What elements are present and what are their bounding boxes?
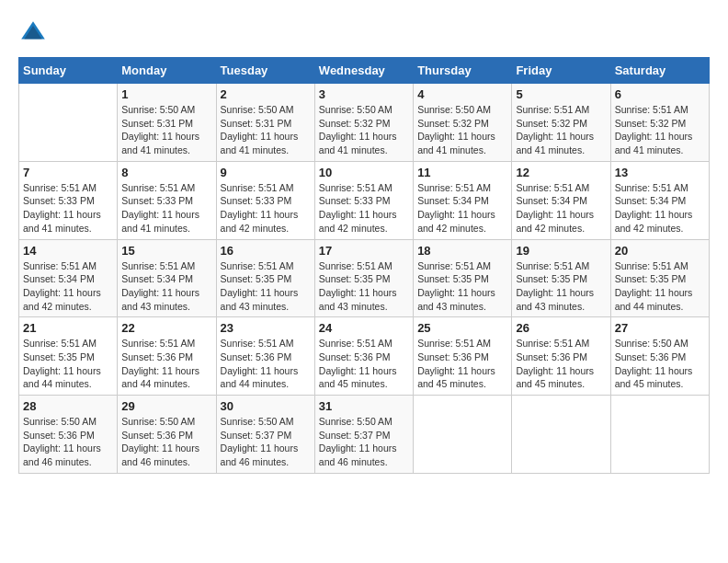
calendar-cell: 17Sunrise: 5:51 AM Sunset: 5:35 PM Dayli… (314, 239, 413, 317)
day-number: 24 (319, 321, 409, 335)
calendar-cell: 24Sunrise: 5:51 AM Sunset: 5:36 PM Dayli… (314, 317, 413, 396)
day-info: Sunrise: 5:51 AM Sunset: 5:36 PM Dayligh… (417, 337, 507, 391)
day-info: Sunrise: 5:51 AM Sunset: 5:32 PM Dayligh… (615, 103, 705, 157)
day-info: Sunrise: 5:51 AM Sunset: 5:34 PM Dayligh… (516, 181, 606, 236)
calendar-cell: 18Sunrise: 5:51 AM Sunset: 5:35 PM Dayli… (414, 239, 512, 317)
day-info: Sunrise: 5:51 AM Sunset: 5:36 PM Dayligh… (221, 337, 311, 391)
day-number: 25 (417, 321, 507, 335)
day-info: Sunrise: 5:51 AM Sunset: 5:33 PM Dayligh… (121, 181, 211, 236)
calendar-cell: 3Sunrise: 5:50 AM Sunset: 5:32 PM Daylig… (314, 84, 413, 162)
calendar-cell: 29Sunrise: 5:50 AM Sunset: 5:36 PM Dayli… (118, 396, 216, 474)
day-number: 14 (23, 244, 113, 258)
calendar-cell: 19Sunrise: 5:51 AM Sunset: 5:35 PM Dayli… (512, 239, 610, 317)
weekday-header: Friday (512, 58, 610, 84)
day-info: Sunrise: 5:51 AM Sunset: 5:34 PM Dayligh… (615, 181, 705, 236)
day-number: 17 (319, 244, 409, 258)
calendar-cell: 6Sunrise: 5:51 AM Sunset: 5:32 PM Daylig… (610, 84, 709, 162)
weekday-header: Monday (118, 58, 216, 84)
weekday-header: Thursday (414, 58, 512, 84)
day-number: 16 (221, 244, 311, 258)
calendar-cell: 8Sunrise: 5:51 AM Sunset: 5:33 PM Daylig… (118, 161, 216, 239)
calendar-cell: 5Sunrise: 5:51 AM Sunset: 5:32 PM Daylig… (512, 84, 610, 162)
day-info: Sunrise: 5:51 AM Sunset: 5:32 PM Dayligh… (516, 103, 606, 157)
day-number: 18 (417, 244, 507, 258)
day-number: 20 (615, 244, 705, 258)
day-number: 9 (221, 166, 311, 179)
day-number: 23 (221, 321, 311, 335)
day-number: 12 (516, 166, 606, 179)
day-info: Sunrise: 5:50 AM Sunset: 5:36 PM Dayligh… (121, 415, 211, 469)
day-number: 5 (516, 87, 606, 101)
day-number: 7 (23, 166, 113, 179)
day-number: 3 (319, 87, 409, 101)
weekday-header: Tuesday (216, 58, 314, 84)
calendar-cell: 14Sunrise: 5:51 AM Sunset: 5:34 PM Dayli… (19, 239, 118, 317)
day-info: Sunrise: 5:51 AM Sunset: 5:35 PM Dayligh… (319, 259, 409, 314)
day-number: 8 (121, 166, 211, 179)
day-info: Sunrise: 5:50 AM Sunset: 5:32 PM Dayligh… (417, 103, 507, 157)
day-number: 29 (121, 399, 211, 413)
calendar-cell: 2Sunrise: 5:50 AM Sunset: 5:31 PM Daylig… (216, 84, 314, 162)
calendar-week-row: 21Sunrise: 5:51 AM Sunset: 5:35 PM Dayli… (19, 317, 710, 396)
day-info: Sunrise: 5:51 AM Sunset: 5:35 PM Dayligh… (516, 259, 606, 314)
day-info: Sunrise: 5:51 AM Sunset: 5:35 PM Dayligh… (615, 259, 705, 314)
calendar-cell (19, 84, 118, 162)
calendar-cell (512, 396, 610, 474)
calendar-table: SundayMondayTuesdayWednesdayThursdayFrid… (18, 57, 710, 474)
calendar-cell: 26Sunrise: 5:51 AM Sunset: 5:36 PM Dayli… (512, 317, 610, 396)
day-info: Sunrise: 5:50 AM Sunset: 5:32 PM Dayligh… (319, 103, 409, 157)
calendar-cell: 20Sunrise: 5:51 AM Sunset: 5:35 PM Dayli… (610, 239, 709, 317)
day-info: Sunrise: 5:51 AM Sunset: 5:34 PM Dayligh… (121, 259, 211, 314)
calendar-cell: 25Sunrise: 5:51 AM Sunset: 5:36 PM Dayli… (414, 317, 512, 396)
page-header (18, 18, 710, 48)
calendar-cell (414, 396, 512, 474)
calendar-cell: 10Sunrise: 5:51 AM Sunset: 5:33 PM Dayli… (314, 161, 413, 239)
day-info: Sunrise: 5:50 AM Sunset: 5:37 PM Dayligh… (221, 415, 311, 469)
day-info: Sunrise: 5:50 AM Sunset: 5:31 PM Dayligh… (221, 103, 311, 157)
day-info: Sunrise: 5:51 AM Sunset: 5:36 PM Dayligh… (319, 337, 409, 391)
day-number: 1 (121, 87, 211, 101)
day-number: 13 (615, 166, 705, 179)
day-number: 27 (615, 321, 705, 335)
calendar-cell: 11Sunrise: 5:51 AM Sunset: 5:34 PM Dayli… (414, 161, 512, 239)
day-info: Sunrise: 5:51 AM Sunset: 5:33 PM Dayligh… (23, 181, 113, 236)
calendar-cell: 12Sunrise: 5:51 AM Sunset: 5:34 PM Dayli… (512, 161, 610, 239)
calendar-cell: 1Sunrise: 5:50 AM Sunset: 5:31 PM Daylig… (118, 84, 216, 162)
day-number: 19 (516, 244, 606, 258)
day-info: Sunrise: 5:50 AM Sunset: 5:36 PM Dayligh… (23, 415, 113, 469)
logo-icon (18, 18, 48, 48)
day-info: Sunrise: 5:51 AM Sunset: 5:36 PM Dayligh… (516, 337, 606, 391)
day-info: Sunrise: 5:51 AM Sunset: 5:34 PM Dayligh… (417, 181, 507, 236)
day-number: 22 (121, 321, 211, 335)
calendar-week-row: 1Sunrise: 5:50 AM Sunset: 5:31 PM Daylig… (19, 84, 710, 162)
logo (18, 18, 51, 48)
day-info: Sunrise: 5:51 AM Sunset: 5:35 PM Dayligh… (221, 259, 311, 314)
day-number: 10 (319, 166, 409, 179)
day-info: Sunrise: 5:51 AM Sunset: 5:35 PM Dayligh… (23, 337, 113, 391)
calendar-cell: 16Sunrise: 5:51 AM Sunset: 5:35 PM Dayli… (216, 239, 314, 317)
day-number: 15 (121, 244, 211, 258)
calendar-cell: 31Sunrise: 5:50 AM Sunset: 5:37 PM Dayli… (314, 396, 413, 474)
day-number: 26 (516, 321, 606, 335)
day-number: 6 (615, 87, 705, 101)
calendar-cell: 7Sunrise: 5:51 AM Sunset: 5:33 PM Daylig… (19, 161, 118, 239)
day-info: Sunrise: 5:51 AM Sunset: 5:33 PM Dayligh… (221, 181, 311, 236)
day-number: 4 (417, 87, 507, 101)
day-info: Sunrise: 5:51 AM Sunset: 5:35 PM Dayligh… (417, 259, 507, 314)
day-number: 21 (23, 321, 113, 335)
calendar-week-row: 7Sunrise: 5:51 AM Sunset: 5:33 PM Daylig… (19, 161, 710, 239)
weekday-header: Saturday (610, 58, 709, 84)
weekday-header: Sunday (19, 58, 118, 84)
calendar-cell: 28Sunrise: 5:50 AM Sunset: 5:36 PM Dayli… (19, 396, 118, 474)
day-number: 11 (417, 166, 507, 179)
calendar-cell: 27Sunrise: 5:50 AM Sunset: 5:36 PM Dayli… (610, 317, 709, 396)
day-info: Sunrise: 5:50 AM Sunset: 5:31 PM Dayligh… (121, 103, 211, 157)
calendar-cell: 4Sunrise: 5:50 AM Sunset: 5:32 PM Daylig… (414, 84, 512, 162)
calendar-cell: 15Sunrise: 5:51 AM Sunset: 5:34 PM Dayli… (118, 239, 216, 317)
day-info: Sunrise: 5:51 AM Sunset: 5:34 PM Dayligh… (23, 259, 113, 314)
weekday-header: Wednesday (314, 58, 413, 84)
day-info: Sunrise: 5:51 AM Sunset: 5:33 PM Dayligh… (319, 181, 409, 236)
day-number: 31 (319, 399, 409, 413)
calendar-cell: 13Sunrise: 5:51 AM Sunset: 5:34 PM Dayli… (610, 161, 709, 239)
day-number: 30 (221, 399, 311, 413)
